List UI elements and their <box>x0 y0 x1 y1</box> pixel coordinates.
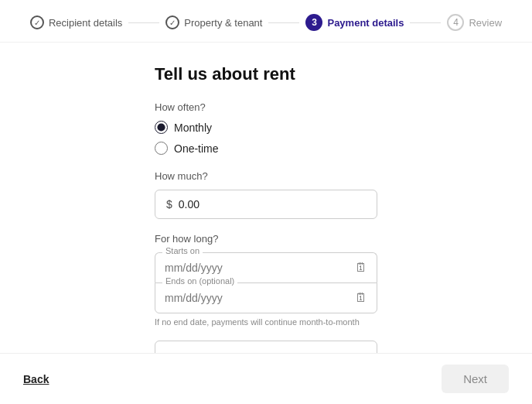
ends-on-wrapper: Ends on (optional) 🗓 <box>155 282 377 313</box>
currency-symbol: $ <box>166 198 172 211</box>
frequency-radio-group: Monthly One-time <box>155 121 377 155</box>
starts-on-label: Starts on <box>162 246 203 255</box>
date-group: Starts on 🗓 Ends on (optional) 🗓 <box>155 252 377 313</box>
step-divider-2 <box>268 22 299 23</box>
onetime-label: One-time <box>174 142 219 155</box>
monthly-label: Monthly <box>174 122 212 134</box>
step-check-property: ✓ <box>165 15 179 29</box>
step-label-review: Review <box>469 17 502 29</box>
step-check-recipient: ✓ <box>30 15 44 29</box>
monthly-option[interactable]: Monthly <box>155 121 377 134</box>
amount-wrapper: $ <box>155 190 377 219</box>
ends-on-label: Ends on (optional) <box>162 276 237 286</box>
footer: Back Next <box>0 353 532 404</box>
step-divider-1 <box>128 22 159 23</box>
step-num-review: 4 <box>447 14 464 31</box>
progress-bar: ✓ Recipient details ✓ Property & tenant … <box>0 0 532 43</box>
step-label-property: Property & tenant <box>184 17 262 29</box>
onetime-radio[interactable] <box>155 142 168 155</box>
step-divider-3 <box>410 22 441 23</box>
step-payment: 3 Payment details <box>305 14 404 31</box>
next-button[interactable]: Next <box>442 365 509 393</box>
step-recipient: ✓ Recipient details <box>30 15 122 29</box>
ends-on-input[interactable] <box>165 292 355 304</box>
back-button[interactable]: Back <box>23 373 49 385</box>
page-title: Tell us about rent <box>155 64 377 84</box>
duration-label: For how long? <box>155 233 377 245</box>
frequency-section: How often? Monthly One-time <box>155 101 377 155</box>
starts-on-calendar-icon[interactable]: 🗓 <box>355 261 367 275</box>
step-label-recipient: Recipient details <box>49 17 122 29</box>
amount-input[interactable] <box>179 198 366 211</box>
date-hint: If no end date, payments will continue m… <box>155 317 377 327</box>
amount-label: How much? <box>155 170 377 182</box>
ends-on-calendar-icon[interactable]: 🗓 <box>355 291 367 305</box>
monthly-radio[interactable] <box>155 121 168 134</box>
frequency-label: How often? <box>155 101 377 113</box>
duration-section: For how long? Starts on 🗓 Ends on (optio… <box>155 233 377 327</box>
step-property: ✓ Property & tenant <box>165 15 262 29</box>
step-num-payment: 3 <box>305 14 322 31</box>
starts-on-input[interactable] <box>165 262 355 274</box>
onetime-option[interactable]: One-time <box>155 142 377 155</box>
ends-on-row: 🗓 <box>155 282 377 313</box>
amount-section: How much? $ <box>155 170 377 219</box>
main-content: Tell us about rent How often? Monthly On… <box>0 43 532 388</box>
step-review: 4 Review <box>447 14 502 31</box>
step-label-payment: Payment details <box>327 17 404 29</box>
